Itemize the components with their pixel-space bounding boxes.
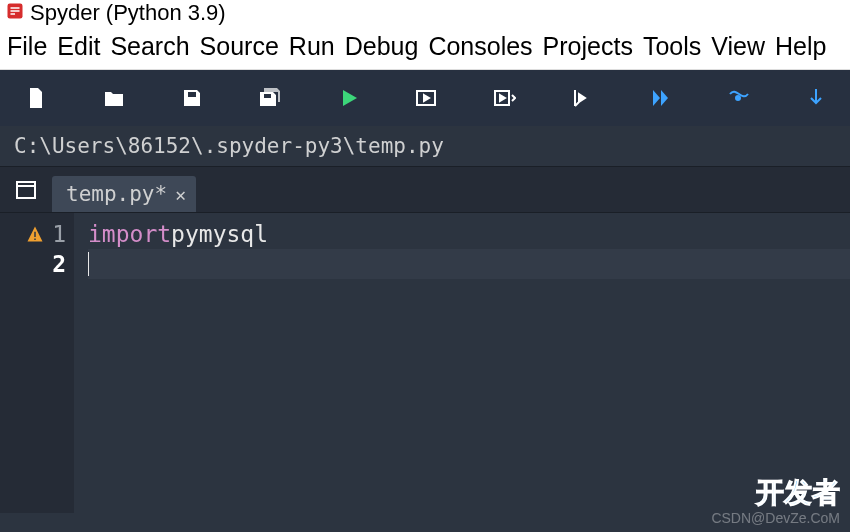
tab-temp-py[interactable]: temp.py* ✕ — [52, 176, 196, 212]
menu-debug[interactable]: Debug — [342, 30, 422, 63]
code-area[interactable]: import pymysql — [74, 213, 850, 513]
line-number: 1 — [50, 221, 66, 247]
menu-consoles[interactable]: Consoles — [425, 30, 535, 63]
tab-strip: temp.py* ✕ — [0, 167, 850, 213]
window-title-bar: Spyder (Python 3.9) — [0, 0, 850, 26]
line-number: 2 — [50, 251, 66, 277]
tab-label: temp.py* — [66, 182, 167, 206]
spyder-logo-icon — [6, 2, 24, 20]
menu-bar: File Edit Search Source Run Debug Consol… — [0, 26, 850, 70]
run-selection-icon[interactable] — [570, 86, 594, 110]
window-title: Spyder (Python 3.9) — [30, 0, 226, 26]
save-icon[interactable] — [180, 86, 204, 110]
debug-icon[interactable] — [648, 86, 672, 110]
gutter: 1 2 — [0, 213, 74, 513]
code-line[interactable]: import pymysql — [88, 219, 850, 249]
run-cell-icon[interactable] — [414, 86, 438, 110]
svg-rect-6 — [34, 239, 36, 241]
gutter-row: 2 — [4, 249, 66, 279]
warning-icon — [26, 225, 44, 243]
save-all-icon[interactable] — [258, 86, 282, 110]
svg-rect-5 — [34, 232, 36, 237]
menu-file[interactable]: File — [4, 30, 50, 63]
code-editor[interactable]: 1 2 import pymysql — [0, 213, 850, 513]
menu-help[interactable]: Help — [772, 30, 829, 63]
run-cell-advance-icon[interactable] — [492, 86, 516, 110]
close-icon[interactable]: ✕ — [175, 184, 186, 205]
menu-run[interactable]: Run — [286, 30, 338, 63]
debug-step-icon[interactable] — [726, 86, 750, 110]
code-line[interactable] — [88, 249, 850, 279]
toolbar — [0, 70, 850, 126]
open-folder-icon[interactable] — [102, 86, 126, 110]
split-panel-icon[interactable] — [14, 178, 38, 202]
menu-projects[interactable]: Projects — [540, 30, 636, 63]
run-icon[interactable] — [336, 86, 360, 110]
gutter-row: 1 — [4, 219, 66, 249]
identifier: pymysql — [171, 221, 268, 247]
file-path: C:\Users\86152\.spyder-py3\temp.py — [0, 126, 850, 167]
svg-point-3 — [736, 96, 740, 100]
new-file-icon[interactable] — [24, 86, 48, 110]
menu-edit[interactable]: Edit — [54, 30, 103, 63]
menu-source[interactable]: Source — [197, 30, 282, 63]
menu-search[interactable]: Search — [107, 30, 192, 63]
keyword: import — [88, 221, 171, 247]
menu-view[interactable]: View — [708, 30, 768, 63]
debug-into-icon[interactable] — [804, 86, 828, 110]
menu-tools[interactable]: Tools — [640, 30, 704, 63]
cursor — [88, 252, 89, 276]
svg-rect-4 — [17, 182, 35, 198]
